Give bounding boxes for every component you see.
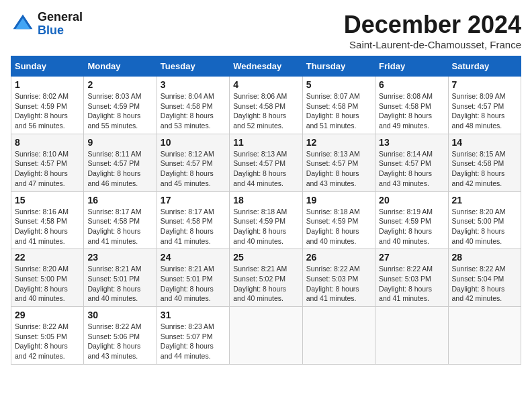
day-info: Sunrise: 8:04 AMSunset: 4:58 PMDaylight:… [161,91,226,131]
day-info: Sunrise: 8:21 AMSunset: 5:01 PMDaylight:… [87,264,152,304]
day-info: Sunrise: 8:22 AMSunset: 5:03 PMDaylight:… [306,264,371,304]
calendar-week-1: 1Sunrise: 8:02 AMSunset: 4:59 PMDaylight… [11,77,521,134]
weekday-header-wednesday: Wednesday [230,56,302,77]
calendar-subtitle: Saint-Laurent-de-Chamousset, France [344,39,521,50]
logo-line2: Blue [38,24,83,38]
calendar-title: December 2024 [344,11,521,39]
day-info: Sunrise: 8:21 AMSunset: 5:02 PMDaylight:… [233,264,298,304]
calendar-cell: 22Sunrise: 8:20 AMSunset: 5:00 PMDayligh… [11,249,84,307]
day-info: Sunrise: 8:20 AMSunset: 5:00 PMDaylight:… [15,264,80,304]
day-number: 31 [161,310,226,320]
day-info: Sunrise: 8:09 AMSunset: 4:57 PMDaylight:… [452,91,517,131]
day-info: Sunrise: 8:19 AMSunset: 4:59 PMDaylight:… [379,207,444,246]
day-info: Sunrise: 8:14 AMSunset: 4:57 PMDaylight:… [379,149,444,189]
weekday-header-friday: Friday [375,56,448,77]
day-number: 24 [161,252,226,263]
day-info: Sunrise: 8:06 AMSunset: 4:58 PMDaylight:… [233,91,298,131]
calendar-cell: 1Sunrise: 8:02 AMSunset: 4:59 PMDaylight… [11,77,84,134]
calendar-header: SundayMondayTuesdayWednesdayThursdayFrid… [11,56,521,77]
day-number: 18 [233,195,298,205]
day-number: 3 [161,79,226,90]
calendar-cell [230,307,302,365]
weekday-header-tuesday: Tuesday [157,56,229,77]
calendar-cell: 4Sunrise: 8:06 AMSunset: 4:58 PMDaylight… [230,77,302,134]
day-number: 9 [87,137,152,148]
calendar-week-3: 15Sunrise: 8:16 AMSunset: 4:58 PMDayligh… [11,191,521,249]
day-info: Sunrise: 8:22 AMSunset: 5:04 PMDaylight:… [452,264,517,304]
day-info: Sunrise: 8:15 AMSunset: 4:58 PMDaylight:… [452,149,517,189]
day-info: Sunrise: 8:07 AMSunset: 4:58 PMDaylight:… [306,91,371,131]
day-info: Sunrise: 8:17 AMSunset: 4:58 PMDaylight:… [161,207,226,246]
day-info: Sunrise: 8:22 AMSunset: 5:05 PMDaylight:… [15,322,80,361]
day-number: 23 [87,252,152,263]
calendar-body: 1Sunrise: 8:02 AMSunset: 4:59 PMDaylight… [11,77,521,365]
calendar-cell: 30Sunrise: 8:22 AMSunset: 5:06 PMDayligh… [84,307,157,365]
day-info: Sunrise: 8:22 AMSunset: 5:06 PMDaylight:… [87,322,152,361]
weekday-header-sunday: Sunday [11,56,84,77]
header: General Blue December 2024 Saint-Laurent… [11,11,521,50]
calendar-cell: 23Sunrise: 8:21 AMSunset: 5:01 PMDayligh… [84,249,157,307]
calendar-cell: 21Sunrise: 8:20 AMSunset: 5:00 PMDayligh… [448,191,521,249]
day-number: 11 [233,137,298,148]
calendar-cell: 27Sunrise: 8:22 AMSunset: 5:03 PMDayligh… [375,249,448,307]
day-number: 29 [15,310,80,320]
day-number: 19 [306,195,371,205]
day-info: Sunrise: 8:23 AMSunset: 5:07 PMDaylight:… [161,322,226,361]
day-number: 1 [15,79,80,90]
day-info: Sunrise: 8:08 AMSunset: 4:58 PMDaylight:… [379,91,444,131]
calendar-cell: 29Sunrise: 8:22 AMSunset: 5:05 PMDayligh… [11,307,84,365]
calendar-cell: 11Sunrise: 8:13 AMSunset: 4:57 PMDayligh… [230,134,302,191]
day-number: 30 [87,310,152,320]
calendar-cell: 19Sunrise: 8:18 AMSunset: 4:59 PMDayligh… [302,191,375,249]
day-number: 22 [15,252,80,263]
weekday-header-monday: Monday [84,56,157,77]
weekday-header-thursday: Thursday [302,56,375,77]
calendar-cell [448,307,521,365]
day-number: 15 [15,195,80,205]
day-number: 4 [233,79,298,90]
day-info: Sunrise: 8:18 AMSunset: 4:59 PMDaylight:… [233,207,298,246]
day-number: 21 [452,195,517,205]
day-info: Sunrise: 8:20 AMSunset: 5:00 PMDaylight:… [452,207,517,246]
day-info: Sunrise: 8:10 AMSunset: 4:57 PMDaylight:… [15,149,80,189]
calendar-week-5: 29Sunrise: 8:22 AMSunset: 5:05 PMDayligh… [11,307,521,365]
day-info: Sunrise: 8:16 AMSunset: 4:58 PMDaylight:… [15,207,80,246]
calendar-cell: 18Sunrise: 8:18 AMSunset: 4:59 PMDayligh… [230,191,302,249]
calendar-cell: 12Sunrise: 8:13 AMSunset: 4:57 PMDayligh… [302,134,375,191]
logo-icon [11,12,35,36]
calendar-cell [302,307,375,365]
day-number: 27 [379,252,444,263]
day-info: Sunrise: 8:11 AMSunset: 4:57 PMDaylight:… [87,149,152,189]
day-number: 5 [306,79,371,90]
calendar-cell: 17Sunrise: 8:17 AMSunset: 4:58 PMDayligh… [157,191,229,249]
day-number: 25 [233,252,298,263]
logo-line1: General [38,11,83,24]
calendar-cell: 7Sunrise: 8:09 AMSunset: 4:57 PMDaylight… [448,77,521,134]
logo-text: General Blue [38,11,83,38]
calendar-cell: 20Sunrise: 8:19 AMSunset: 4:59 PMDayligh… [375,191,448,249]
calendar-cell: 5Sunrise: 8:07 AMSunset: 4:58 PMDaylight… [302,77,375,134]
calendar-week-4: 22Sunrise: 8:20 AMSunset: 5:00 PMDayligh… [11,249,521,307]
calendar-cell: 8Sunrise: 8:10 AMSunset: 4:57 PMDaylight… [11,134,84,191]
calendar-cell: 6Sunrise: 8:08 AMSunset: 4:58 PMDaylight… [375,77,448,134]
day-info: Sunrise: 8:12 AMSunset: 4:57 PMDaylight:… [161,149,226,189]
calendar-cell: 16Sunrise: 8:17 AMSunset: 4:58 PMDayligh… [84,191,157,249]
title-area: December 2024 Saint-Laurent-de-Chamousse… [344,11,521,50]
weekday-header-saturday: Saturday [448,56,521,77]
calendar-cell: 15Sunrise: 8:16 AMSunset: 4:58 PMDayligh… [11,191,84,249]
calendar-cell: 10Sunrise: 8:12 AMSunset: 4:57 PMDayligh… [157,134,229,191]
calendar-cell: 25Sunrise: 8:21 AMSunset: 5:02 PMDayligh… [230,249,302,307]
day-number: 2 [87,79,152,90]
calendar-cell: 9Sunrise: 8:11 AMSunset: 4:57 PMDaylight… [84,134,157,191]
calendar-cell: 13Sunrise: 8:14 AMSunset: 4:57 PMDayligh… [375,134,448,191]
day-number: 20 [379,195,444,205]
calendar-cell: 26Sunrise: 8:22 AMSunset: 5:03 PMDayligh… [302,249,375,307]
day-number: 13 [379,137,444,148]
calendar-cell: 24Sunrise: 8:21 AMSunset: 5:01 PMDayligh… [157,249,229,307]
day-info: Sunrise: 8:21 AMSunset: 5:01 PMDaylight:… [161,264,226,304]
logo: General Blue [11,11,83,38]
day-number: 8 [15,137,80,148]
day-number: 6 [379,79,444,90]
day-number: 28 [452,252,517,263]
calendar-cell: 2Sunrise: 8:03 AMSunset: 4:59 PMDaylight… [84,77,157,134]
